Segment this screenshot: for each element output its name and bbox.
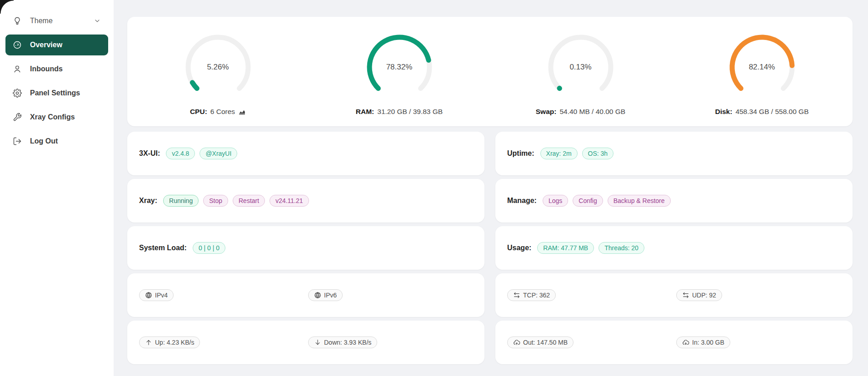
ram-caption: RAM: 31.20 GB / 39.83 GB (356, 108, 443, 116)
sidebar-item-label: Panel Settings (30, 89, 80, 97)
info-rows: 3X-UI: v2.4.8 @XrayUI Uptime: Xray: 2m O… (127, 132, 853, 364)
cpu-percent: 5.26% (184, 33, 252, 101)
badge-system-load: 0 | 0 | 0 (193, 242, 225, 254)
system-load-card: System Load: 0 | 0 | 0 (127, 226, 484, 270)
badge-upload-speed: Up: 4.23 KB/s (139, 336, 200, 348)
cpu-gauge: 5.26% CPU: 6 Cores (127, 33, 309, 116)
badge-xray-version[interactable]: v24.11.21 (269, 195, 309, 207)
wrench-icon (13, 113, 22, 122)
sidebar-item-theme[interactable]: Theme (5, 10, 108, 31)
connections-card: TCP: 362 UDP: 92 (495, 273, 853, 317)
ram-percent: 78.32% (365, 33, 434, 101)
backup-restore-button[interactable]: Backup & Restore (608, 195, 671, 207)
cloud-up-icon (513, 339, 520, 346)
badge-xui-telegram[interactable]: @XrayUI (200, 148, 237, 159)
restart-button[interactable]: Restart (233, 195, 265, 207)
logout-icon (13, 137, 22, 146)
usage-card: Usage: RAM: 47.77 MB Threads: 20 (495, 226, 853, 270)
xui-version-card: 3X-UI: v2.4.8 @XrayUI (127, 132, 484, 175)
traffic-card: Out: 147.50 MB In: 3.00 GB (495, 321, 853, 364)
config-button[interactable]: Config (573, 195, 603, 207)
swap-arrows-icon (682, 292, 689, 299)
logs-button[interactable]: Logs (543, 195, 568, 207)
chevron-down-icon[interactable] (94, 17, 101, 25)
sidebar-item-label: Theme (30, 17, 53, 25)
ram-gauge: 78.32% RAM: 31.20 GB / 39.83 GB (309, 33, 490, 116)
sidebar-item-label: Log Out (30, 137, 58, 145)
sidebar-item-panel-settings[interactable]: Panel Settings (5, 83, 108, 104)
ip-card: IPv4 IPv6 (127, 273, 484, 317)
globe-icon (314, 292, 321, 299)
sidebar-item-overview[interactable]: Overview (5, 35, 108, 55)
badge-ipv6[interactable]: IPv6 (308, 289, 343, 301)
sidebar: Theme Overview Inbounds Panel Settings X… (0, 0, 114, 376)
badge-xui-version[interactable]: v2.4.8 (166, 148, 195, 159)
badge-traffic-out: Out: 147.50 MB (507, 336, 574, 348)
swap-percent: 0.13% (547, 33, 615, 101)
user-icon (13, 64, 22, 74)
sidebar-item-label: Overview (30, 41, 62, 49)
manage-label: Manage: (507, 197, 537, 205)
swap-arrows-icon (513, 292, 520, 299)
badge-uptime-os: OS: 3h (582, 148, 614, 159)
xui-label: 3X-UI: (139, 149, 160, 158)
sidebar-item-xray-configs[interactable]: Xray Configs (5, 107, 108, 128)
badge-threads: Threads: 20 (599, 242, 644, 254)
badge-download-speed: Down: 3.93 KB/s (308, 336, 377, 348)
bulb-icon (13, 16, 22, 25)
stop-button[interactable]: Stop (203, 195, 228, 207)
sidebar-item-label: Xray Configs (30, 113, 75, 121)
area-chart-icon[interactable] (238, 108, 246, 116)
arrow-down-icon (314, 339, 321, 346)
badge-ipv4[interactable]: IPv4 (139, 289, 174, 301)
system-load-label: System Load: (139, 244, 187, 252)
usage-label: Usage: (507, 244, 531, 252)
sidebar-item-inbounds[interactable]: Inbounds (5, 59, 108, 79)
xray-card: Xray: Running Stop Restart v24.11.21 (127, 179, 484, 223)
badge-udp-count: UDP: 92 (676, 289, 722, 301)
badge-ram-usage: RAM: 47.77 MB (537, 242, 594, 254)
manage-card: Manage: Logs Config Backup & Restore (495, 179, 853, 223)
disk-percent: 82.14% (728, 33, 796, 101)
cloud-down-icon (682, 339, 689, 346)
disk-gauge: 82.14% Disk: 458.34 GB / 558.00 GB (671, 33, 853, 116)
uptime-label: Uptime: (507, 149, 534, 158)
sidebar-item-log-out[interactable]: Log Out (5, 131, 108, 152)
dashboard-icon (13, 40, 22, 49)
badge-uptime-xray: Xray: 2m (540, 148, 578, 159)
globe-icon (145, 292, 152, 299)
badge-tcp-count: TCP: 362 (507, 289, 556, 301)
arrow-up-icon (145, 339, 152, 346)
speed-card: Up: 4.23 KB/s Down: 3.93 KB/s (127, 321, 484, 364)
disk-caption: Disk: 458.34 GB / 558.00 GB (715, 108, 808, 116)
uptime-card: Uptime: Xray: 2m OS: 3h (495, 132, 853, 175)
sidebar-item-label: Inbounds (30, 65, 63, 73)
swap-gauge: 0.13% Swap: 54.40 MB / 40.00 GB (490, 33, 671, 116)
badge-xray-status: Running (163, 195, 199, 207)
xray-label: Xray: (139, 197, 157, 205)
badge-traffic-in: In: 3.00 GB (676, 336, 730, 348)
swap-caption: Swap: 54.40 MB / 40.00 GB (536, 108, 625, 116)
cpu-caption: CPU: 6 Cores (190, 108, 246, 116)
overview-page: 5.26% CPU: 6 Cores 78.32% RAM: 31.20 GB … (114, 0, 868, 376)
gear-icon (13, 89, 22, 98)
system-stats-card: 5.26% CPU: 6 Cores 78.32% RAM: 31.20 GB … (127, 17, 853, 126)
